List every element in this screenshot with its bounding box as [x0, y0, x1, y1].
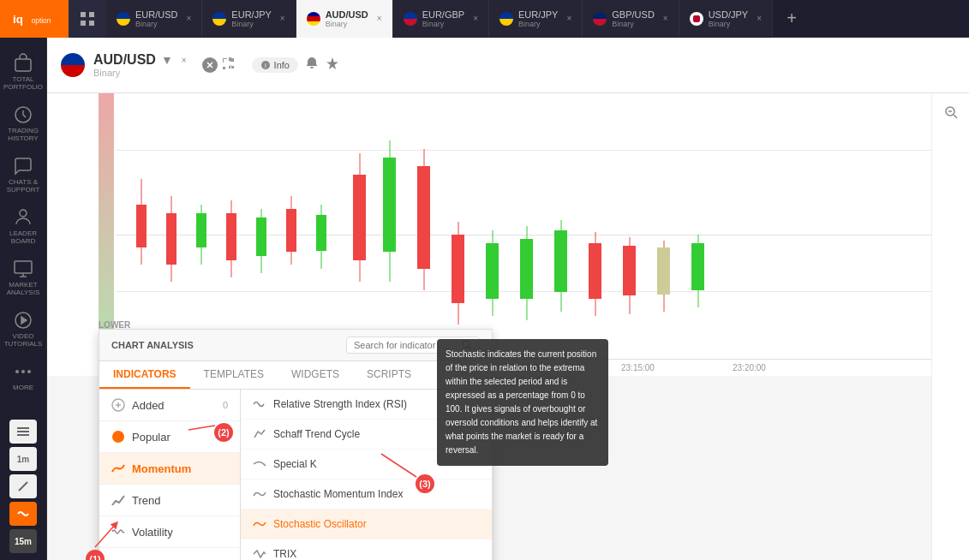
analysis-panel: CHART ANALYSIS INDICATORS TEMPLATES WIDG… [99, 329, 493, 560]
indicator-smi[interactable]: Stochastic Momentum Index [241, 480, 492, 509]
svg-rect-32 [286, 209, 296, 252]
sidebar-item-analysis[interactable]: MARKET ANALYSIS [0, 252, 46, 303]
chart-header: AUD/USD ▼ × Binary i Info [47, 38, 969, 93]
svg-rect-46 [520, 239, 533, 299]
wave-tool[interactable] [9, 502, 37, 526]
svg-rect-28 [226, 213, 236, 260]
svg-rect-34 [316, 215, 326, 251]
stochastic-tooltip: Stochastic indicates the current positio… [437, 339, 608, 466]
svg-rect-5 [89, 21, 94, 26]
tab-eur-jpy-2[interactable]: EUR/JPY Binary × [489, 0, 583, 38]
tab-templates[interactable]: TEMPLATES [190, 361, 278, 389]
analysis-body: Added 0 Popular Momentum Trend [99, 390, 492, 560]
svg-rect-3 [89, 12, 94, 17]
category-momentum[interactable]: Momentum [99, 453, 240, 485]
svg-line-59 [954, 115, 957, 118]
svg-rect-2 [81, 12, 86, 17]
sidebar-item-support[interactable]: CHATS & SUPPORT [0, 149, 46, 200]
svg-point-12 [15, 370, 19, 373]
close-tab-eur-gbp[interactable]: × [473, 14, 478, 23]
logo: iq option [0, 0, 69, 38]
sidebar-item-portfolio[interactable]: TOTAL PORTFOLIO [0, 46, 46, 98]
star-icon[interactable] [326, 57, 339, 74]
svg-rect-48 [554, 230, 567, 292]
svg-rect-50 [589, 243, 601, 299]
tab-scripts[interactable]: SCRIPTS [353, 361, 425, 389]
sidebar-item-more[interactable]: MORE [0, 354, 46, 398]
grid-button[interactable] [69, 0, 106, 38]
close-tab-gbp-usd[interactable]: × [663, 14, 668, 23]
svg-rect-42 [452, 235, 464, 303]
svg-rect-56 [691, 243, 704, 290]
toolbar-bars-button[interactable] [9, 420, 37, 444]
close-chart-button[interactable]: × [182, 56, 187, 65]
chart-resize-button[interactable] [221, 57, 235, 74]
tab-aud-usd[interactable]: AUD/USD Binary × [296, 0, 393, 38]
resize-icon[interactable] [202, 57, 218, 73]
svg-rect-6 [15, 59, 31, 71]
tab-gbp-usd[interactable]: GBP/USD Binary × [583, 0, 679, 38]
tab-eur-gbp[interactable]: EUR/GBP Binary × [393, 0, 489, 38]
close-tab-aud-usd[interactable]: × [377, 14, 382, 23]
svg-rect-30 [256, 217, 266, 256]
close-tab-eur-jpy-2[interactable]: × [566, 14, 571, 23]
dropdown-arrow-icon[interactable]: ▼ [161, 53, 173, 67]
svg-rect-15 [17, 427, 29, 429]
svg-point-13 [21, 370, 25, 373]
tab-indicators[interactable]: INDICATORS [99, 361, 190, 389]
callout-2: (2) [214, 423, 233, 442]
tab-widgets[interactable]: WIDGETS [278, 361, 353, 389]
svg-text:iq: iq [13, 13, 23, 26]
svg-rect-4 [81, 21, 86, 26]
right-controls [931, 93, 969, 560]
category-added-label: Added [132, 399, 164, 412]
analysis-tabs: INDICATORS TEMPLATES WIDGETS SCRIPTS [99, 361, 492, 390]
category-volatility[interactable]: Volatility [99, 516, 240, 548]
pair-info: AUD/USD ▼ × Binary [93, 52, 187, 78]
tab-usd-jpy[interactable]: USD/JPY Binary × [679, 0, 773, 38]
draw-tool[interactable] [9, 474, 37, 498]
svg-rect-16 [17, 431, 29, 432]
sidebar-item-history[interactable]: TRADING HISTORY [0, 98, 46, 149]
svg-marker-11 [21, 317, 27, 324]
sidebar-item-tutorials[interactable]: VIDEO TUTORIALS [0, 303, 46, 354]
category-moving-averages[interactable]: Moving Averages [99, 548, 240, 560]
svg-point-8 [20, 210, 27, 217]
svg-point-65 [112, 431, 124, 443]
bell-icon[interactable] [305, 57, 319, 74]
add-tab-button[interactable]: + [773, 0, 810, 38]
close-tab-eur-usd[interactable]: × [187, 14, 192, 23]
timeframe-1m[interactable]: 1m [9, 447, 37, 471]
callout-3: (3) [416, 474, 434, 493]
svg-rect-38 [383, 158, 396, 252]
category-added[interactable]: Added 0 [99, 390, 240, 421]
category-list: Added 0 Popular Momentum Trend [99, 390, 241, 560]
indicator-stochastic-oscillator[interactable]: Stochastic Oscillator [241, 509, 492, 539]
category-trend[interactable]: Trend [99, 485, 240, 516]
svg-rect-9 [15, 261, 32, 273]
main-layout: TOTAL PORTFOLIO TRADING HISTORY CHATS & … [0, 38, 969, 560]
svg-text:i: i [265, 62, 266, 69]
svg-rect-36 [353, 175, 366, 260]
close-tab-usd-jpy[interactable]: × [757, 14, 762, 23]
svg-point-14 [27, 370, 31, 373]
svg-rect-54 [657, 247, 670, 295]
svg-rect-52 [623, 246, 636, 295]
info-button[interactable]: i Info [252, 57, 298, 73]
zoom-out-button[interactable] [941, 102, 961, 126]
tab-eur-usd[interactable]: EUR/USD Binary × [106, 0, 202, 38]
svg-rect-22 [136, 205, 147, 247]
svg-rect-44 [486, 243, 499, 299]
svg-rect-26 [196, 213, 206, 247]
pair-flag [61, 53, 85, 77]
close-tab-eur-jpy-1[interactable]: × [280, 14, 285, 23]
svg-rect-24 [166, 213, 176, 265]
svg-line-18 [19, 482, 27, 491]
svg-text:option: option [32, 16, 51, 25]
timeframe-15m[interactable]: 15m [9, 529, 37, 553]
svg-rect-17 [17, 434, 29, 436]
analysis-panel-header: CHART ANALYSIS [99, 330, 492, 361]
indicator-trix[interactable]: TRIX [241, 539, 492, 560]
sidebar-item-leaderboard[interactable]: LEADER BOARD [0, 200, 46, 252]
tab-eur-jpy-1[interactable]: EUR/JPY Binary × [202, 0, 296, 38]
